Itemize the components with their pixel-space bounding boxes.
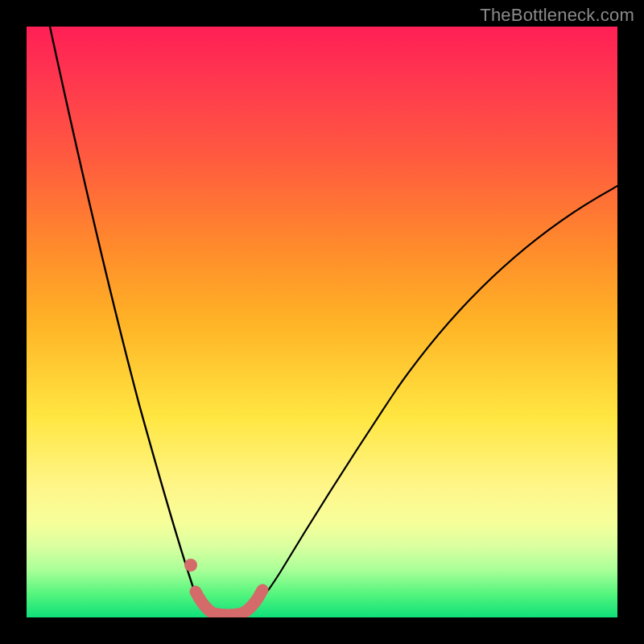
watermark-text: TheBottleneck.com (480, 5, 634, 26)
left-knee-dot (184, 559, 197, 572)
bottom-highlight-stroke (196, 590, 262, 615)
curve-layer (27, 27, 617, 617)
curve-right-branch (246, 186, 617, 615)
curve-left-branch (50, 27, 210, 615)
plot-area (27, 27, 617, 617)
chart-frame: TheBottleneck.com (0, 0, 644, 644)
